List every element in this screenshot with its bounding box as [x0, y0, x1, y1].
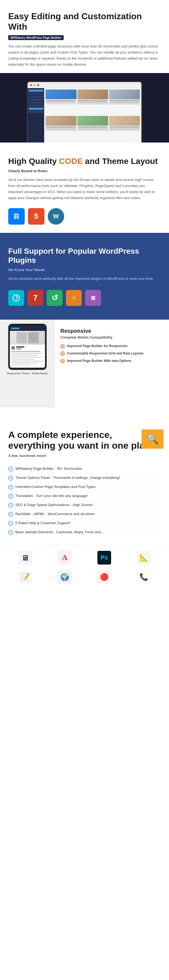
feature-list: WPBakery Page Builder - 50+ Shortcodes T… — [8, 465, 161, 537]
sidebar-item — [28, 105, 43, 107]
feature-item-2: Theme Options Panel - Thousands of setti… — [8, 474, 161, 483]
bottom-icon-row2-1: 📝 — [8, 570, 42, 584]
feature-item-1: WPBakery Page Builder - 50+ Shortcodes — [8, 465, 161, 474]
phone-hero-card — [16, 332, 27, 343]
phone-line — [11, 355, 37, 356]
phone-avatar — [11, 346, 15, 350]
feature-icon-1 — [8, 466, 13, 471]
icon-circle-row2-4: 📞 — [137, 570, 151, 584]
phone-hero — [10, 331, 45, 345]
bottom-icon-row2-3: 🔴 — [87, 570, 121, 584]
check-icon-1 — [60, 344, 65, 348]
feature-item-7: 5 Rated Help & Customer Support! — [8, 519, 161, 528]
feature-icon-5 — [8, 503, 13, 508]
section-bottom-icons: 🖥 A Ps 📐 📝 🌍 — [0, 545, 169, 595]
typography-icon: A — [62, 553, 68, 562]
sidebar-item — [28, 95, 43, 98]
feature-item-5: SEO & Page Speed Optimizations - High Sc… — [8, 501, 161, 510]
layouts-icon: 📐 — [139, 554, 148, 562]
magnifier-icon: 🔍 — [147, 433, 159, 445]
wpbakery-icon: 🖥 — [21, 553, 29, 562]
photoshop-icon: Ps — [101, 554, 108, 561]
laptop-sidebar — [28, 88, 44, 143]
plugin-icons-row: 7 ↺ 🔒 ⊞ — [8, 290, 161, 306]
phone-side: Responsive Theme - Mobile Ready — [0, 320, 55, 407]
few-more-label: A few, hundreds more! — [8, 453, 161, 458]
bottom-icon-row2-2: 🌍 — [48, 570, 82, 584]
tech-icons-row: B 5 W — [8, 208, 161, 224]
feature-icon-4 — [8, 494, 13, 499]
phone-line — [11, 363, 39, 364]
feature-text-2: Theme Options Panel - Thousands of setti… — [15, 476, 120, 480]
phone-label: Responsive Theme - Mobile Ready — [4, 372, 51, 375]
row2-icon-3: 🔴 — [100, 573, 109, 581]
phone-logo — [11, 328, 19, 329]
feature-item-4: Translation - Turn your site into any la… — [8, 492, 161, 501]
quform-svg — [12, 294, 20, 302]
sidebar-item — [28, 102, 43, 104]
revolution-icon: ↺ — [47, 290, 63, 306]
sidebar-item — [28, 111, 43, 113]
phone-user-info — [16, 346, 24, 350]
check-item-2: Customizable Responsive Grid and Row Lay… — [60, 351, 164, 356]
close-dot — [30, 84, 32, 86]
laptop-topbar — [28, 82, 141, 88]
wpml-icon: 🔒 — [66, 290, 82, 306]
icon-circle-row2-3: 🔴 — [97, 570, 111, 584]
laptop-mockup-container — [0, 73, 169, 143]
check-text-2: Customizable Responsive Grid and Row Lay… — [67, 351, 144, 356]
sidebar-item — [28, 99, 43, 101]
svg-point-1 — [16, 299, 17, 300]
bottom-icon-layouts: 📐 — [127, 551, 161, 565]
bottom-icon-photoshop: Ps — [87, 551, 121, 565]
laptop-mockup — [27, 81, 142, 143]
feature-item-6: RevSlider - WPML - WooCommerce and all o… — [8, 510, 161, 519]
feature-text-8: Basic website Elements - Carousels, Maps… — [15, 530, 104, 534]
bottom-icon-row2-4: 📞 — [127, 570, 161, 584]
responsive-content: Responsive Complete Mobile Compatibility… — [55, 320, 169, 372]
icon-circle-typography: A — [58, 551, 72, 565]
phone-screen — [10, 326, 45, 368]
support-subtitle: We Know Your Needs — [8, 268, 161, 272]
phone-header — [10, 326, 45, 331]
icon-circle-photoshop: Ps — [97, 551, 111, 565]
phone-date — [16, 348, 22, 350]
bottom-icon-wpbakery: 🖥 — [8, 551, 42, 565]
phone-line — [11, 353, 44, 354]
icon-circle-row2-2: 🌍 — [58, 570, 72, 584]
bottom-icon-typography: A — [48, 551, 82, 565]
check-text-1: Improved Page Builder for Responsive — [67, 344, 128, 348]
code-heading-part2: and Theme Layout — [83, 156, 158, 165]
wpbakery-badge: WPBakery WordPress Page Builder — [8, 35, 64, 40]
template-card — [46, 89, 77, 105]
laptop-main-content — [44, 88, 141, 143]
feature-text-4: Translation - Turn your site into any la… — [15, 494, 88, 498]
phone-user — [11, 346, 44, 350]
quform-icon — [8, 290, 24, 306]
check-item-1: Improved Page Builder for Responsive — [60, 344, 164, 348]
feature-item-8: Basic website Elements - Carousels, Maps… — [8, 528, 161, 537]
phone-line — [11, 351, 40, 352]
responsive-heading: Responsive — [60, 328, 164, 334]
corner-icon-container: 🔍 — [142, 430, 164, 449]
feature-text-6: RevSlider - WPML - WooCommerce and all o… — [15, 512, 95, 516]
woocommerce-icon: ⊞ — [85, 290, 101, 306]
row2-icon-2: 🌍 — [60, 573, 69, 581]
template-card — [46, 116, 77, 131]
responsive-subtitle: Complete Mobile Compatibility — [60, 335, 164, 339]
section-responsive: Responsive Theme - Mobile Ready Responsi… — [0, 320, 169, 418]
check-icon-2 — [60, 352, 65, 356]
template-card — [109, 116, 140, 131]
phone-line — [11, 357, 42, 358]
section-editing: Easy Editing and Customization With WPBa… — [0, 0, 169, 68]
icon-circle-layouts: 📐 — [137, 551, 151, 565]
editing-description: You can create unlimited page structures… — [8, 43, 161, 68]
section-support: Full Support for Popular WordPress Plugi… — [0, 233, 169, 320]
check-item-3: Improved Page Builder With new Options — [60, 359, 164, 363]
phone-name — [16, 346, 24, 348]
section-complete-wrap: A complete experience, everything you wa… — [0, 418, 169, 545]
phone-line — [11, 361, 44, 362]
code-heading-code: CODE — [59, 156, 83, 165]
feature-text-7: 5 Rated Help & Customer Support! — [15, 521, 71, 525]
row2-icon-4: 📞 — [139, 573, 148, 581]
